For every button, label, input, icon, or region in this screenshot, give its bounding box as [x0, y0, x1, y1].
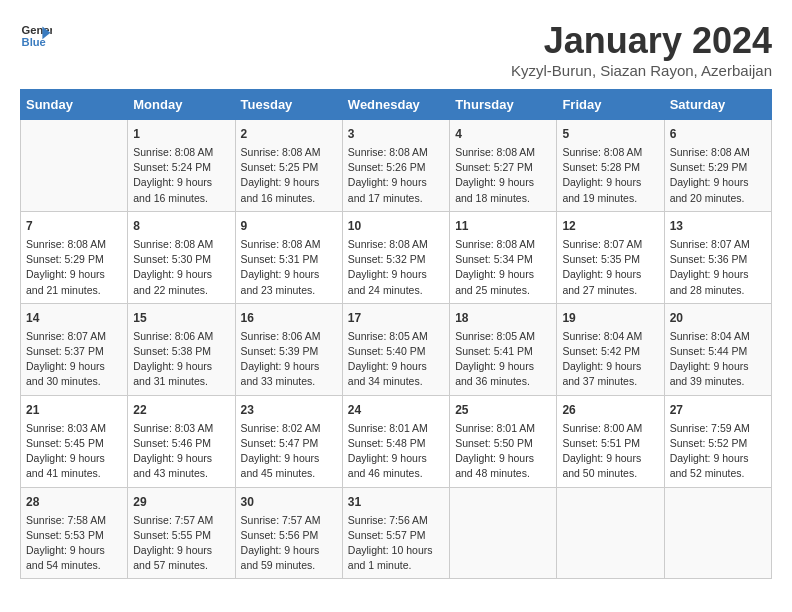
header-cell-tuesday: Tuesday	[235, 90, 342, 120]
page-header: General Blue January 2024 Kyzyl-Burun, S…	[20, 20, 772, 79]
day-info: Sunset: 5:55 PM	[133, 528, 229, 543]
day-info: Daylight: 9 hours	[348, 359, 444, 374]
day-cell: 29Sunrise: 7:57 AMSunset: 5:55 PMDayligh…	[128, 487, 235, 579]
day-info: Sunrise: 8:08 AM	[133, 237, 229, 252]
day-info: Sunset: 5:50 PM	[455, 436, 551, 451]
day-info: Sunrise: 8:06 AM	[133, 329, 229, 344]
header-cell-sunday: Sunday	[21, 90, 128, 120]
day-info: Daylight: 9 hours	[133, 543, 229, 558]
day-info: Daylight: 9 hours	[348, 451, 444, 466]
day-info: Sunrise: 8:06 AM	[241, 329, 337, 344]
day-info: Sunset: 5:39 PM	[241, 344, 337, 359]
day-info: Sunrise: 8:05 AM	[348, 329, 444, 344]
location: Kyzyl-Burun, Siazan Rayon, Azerbaijan	[511, 62, 772, 79]
day-info: Sunset: 5:57 PM	[348, 528, 444, 543]
day-info: Sunset: 5:28 PM	[562, 160, 658, 175]
week-row-3: 21Sunrise: 8:03 AMSunset: 5:45 PMDayligh…	[21, 395, 772, 487]
day-number: 23	[241, 401, 337, 419]
day-cell: 18Sunrise: 8:05 AMSunset: 5:41 PMDayligh…	[450, 303, 557, 395]
day-info: and 27 minutes.	[562, 283, 658, 298]
day-cell	[450, 487, 557, 579]
day-info: Sunrise: 7:56 AM	[348, 513, 444, 528]
day-info: Sunrise: 8:08 AM	[348, 145, 444, 160]
day-number: 11	[455, 217, 551, 235]
day-number: 22	[133, 401, 229, 419]
day-cell: 27Sunrise: 7:59 AMSunset: 5:52 PMDayligh…	[664, 395, 771, 487]
week-row-2: 14Sunrise: 8:07 AMSunset: 5:37 PMDayligh…	[21, 303, 772, 395]
day-info: Sunrise: 8:04 AM	[670, 329, 766, 344]
day-number: 2	[241, 125, 337, 143]
day-cell: 5Sunrise: 8:08 AMSunset: 5:28 PMDaylight…	[557, 120, 664, 212]
day-info: Daylight: 9 hours	[455, 359, 551, 374]
day-info: Sunset: 5:41 PM	[455, 344, 551, 359]
week-row-1: 7Sunrise: 8:08 AMSunset: 5:29 PMDaylight…	[21, 211, 772, 303]
day-info: Sunset: 5:26 PM	[348, 160, 444, 175]
day-info: Sunset: 5:25 PM	[241, 160, 337, 175]
day-info: Sunset: 5:48 PM	[348, 436, 444, 451]
day-cell: 7Sunrise: 8:08 AMSunset: 5:29 PMDaylight…	[21, 211, 128, 303]
header-cell-monday: Monday	[128, 90, 235, 120]
day-cell: 12Sunrise: 8:07 AMSunset: 5:35 PMDayligh…	[557, 211, 664, 303]
day-cell: 23Sunrise: 8:02 AMSunset: 5:47 PMDayligh…	[235, 395, 342, 487]
day-info: Sunset: 5:36 PM	[670, 252, 766, 267]
day-info: and 37 minutes.	[562, 374, 658, 389]
day-info: Daylight: 9 hours	[241, 267, 337, 282]
day-info: Sunrise: 8:08 AM	[455, 145, 551, 160]
day-info: and 16 minutes.	[241, 191, 337, 206]
day-info: Sunrise: 8:08 AM	[133, 145, 229, 160]
day-info: Daylight: 9 hours	[133, 451, 229, 466]
day-number: 15	[133, 309, 229, 327]
day-info: Sunrise: 8:07 AM	[562, 237, 658, 252]
day-info: Daylight: 9 hours	[562, 175, 658, 190]
day-info: Daylight: 9 hours	[670, 359, 766, 374]
day-info: and 45 minutes.	[241, 466, 337, 481]
day-number: 19	[562, 309, 658, 327]
day-number: 31	[348, 493, 444, 511]
day-info: Sunset: 5:42 PM	[562, 344, 658, 359]
day-info: Sunrise: 8:00 AM	[562, 421, 658, 436]
day-cell: 8Sunrise: 8:08 AMSunset: 5:30 PMDaylight…	[128, 211, 235, 303]
day-info: Daylight: 9 hours	[241, 543, 337, 558]
header-cell-wednesday: Wednesday	[342, 90, 449, 120]
day-info: Daylight: 9 hours	[562, 451, 658, 466]
day-info: and 57 minutes.	[133, 558, 229, 573]
day-info: and 43 minutes.	[133, 466, 229, 481]
day-number: 26	[562, 401, 658, 419]
day-cell: 11Sunrise: 8:08 AMSunset: 5:34 PMDayligh…	[450, 211, 557, 303]
day-number: 10	[348, 217, 444, 235]
day-cell: 31Sunrise: 7:56 AMSunset: 5:57 PMDayligh…	[342, 487, 449, 579]
logo: General Blue	[20, 20, 52, 52]
header-cell-friday: Friday	[557, 90, 664, 120]
day-number: 17	[348, 309, 444, 327]
day-cell: 21Sunrise: 8:03 AMSunset: 5:45 PMDayligh…	[21, 395, 128, 487]
day-cell: 28Sunrise: 7:58 AMSunset: 5:53 PMDayligh…	[21, 487, 128, 579]
day-info: and 18 minutes.	[455, 191, 551, 206]
day-info: and 23 minutes.	[241, 283, 337, 298]
day-number: 5	[562, 125, 658, 143]
header-cell-saturday: Saturday	[664, 90, 771, 120]
day-info: Sunrise: 8:08 AM	[348, 237, 444, 252]
day-info: Daylight: 9 hours	[562, 267, 658, 282]
day-info: Sunset: 5:44 PM	[670, 344, 766, 359]
day-info: and 25 minutes.	[455, 283, 551, 298]
day-cell: 10Sunrise: 8:08 AMSunset: 5:32 PMDayligh…	[342, 211, 449, 303]
day-info: Daylight: 9 hours	[348, 175, 444, 190]
day-number: 9	[241, 217, 337, 235]
header-row: SundayMondayTuesdayWednesdayThursdayFrid…	[21, 90, 772, 120]
day-number: 20	[670, 309, 766, 327]
day-number: 14	[26, 309, 122, 327]
day-number: 16	[241, 309, 337, 327]
day-number: 12	[562, 217, 658, 235]
day-info: Daylight: 9 hours	[455, 267, 551, 282]
day-info: Sunrise: 8:01 AM	[455, 421, 551, 436]
day-info: and 59 minutes.	[241, 558, 337, 573]
day-info: Sunrise: 8:08 AM	[26, 237, 122, 252]
day-info: and 48 minutes.	[455, 466, 551, 481]
day-info: Daylight: 9 hours	[670, 175, 766, 190]
day-info: Sunrise: 8:03 AM	[133, 421, 229, 436]
day-info: Daylight: 9 hours	[133, 359, 229, 374]
day-cell: 9Sunrise: 8:08 AMSunset: 5:31 PMDaylight…	[235, 211, 342, 303]
day-info: Daylight: 9 hours	[26, 267, 122, 282]
day-info: Sunrise: 8:03 AM	[26, 421, 122, 436]
day-info: Sunset: 5:35 PM	[562, 252, 658, 267]
